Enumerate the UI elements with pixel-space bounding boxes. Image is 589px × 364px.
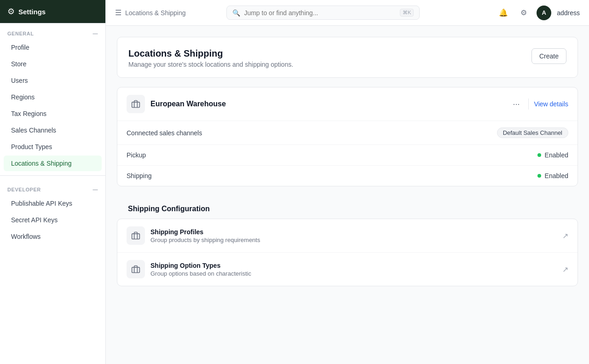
sidebar-header: ⚙ Settings [0,0,105,23]
shipping-profiles-desc: Group products by shipping requirements [150,237,260,243]
settings-icon: ⚙ [7,6,15,17]
vertical-divider [528,98,529,110]
shipping-profiles-left: Shipping Profiles Group products by ship… [127,226,260,245]
breadcrumb-icon: ☰ [115,8,121,17]
pickup-label: Pickup [127,151,146,159]
pickup-status-text: Enabled [545,151,568,159]
shipping-status-dot [537,174,541,178]
card-header-text: Locations & Shipping Manage your store's… [128,48,293,68]
general-label: General [7,31,34,36]
search-bar[interactable]: 🔍 ⌘K [226,6,420,20]
general-dash: — [92,31,98,36]
sidebar-item-product-types[interactable]: Product Types [4,139,102,155]
sidebar-item-label-regions: Regions [11,93,35,101]
sidebar-item-workflows[interactable]: Workflows [4,229,102,244]
sidebar-item-label-profile: Profile [11,44,29,51]
page-header-card: Locations & Shipping Manage your store's… [117,37,578,78]
developer-dash: — [92,187,98,192]
sidebar-item-label-users: Users [11,77,28,84]
topbar: ☰ Locations & Shipping 🔍 ⌘K 🔔 ⚙ A addres… [106,0,589,26]
shipping-option-types-left: Shipping Option Types Group options base… [127,260,251,278]
sidebar-item-secret-api-keys[interactable]: Secret API Keys [4,212,102,228]
breadcrumb-label: Locations & Shipping [125,9,186,17]
search-input[interactable] [244,9,396,17]
sidebar-item-label-product-types: Product Types [11,143,52,150]
gear-icon: ⚙ [520,8,527,17]
svg-rect-1 [132,234,140,239]
page-title: Locations & Shipping [128,48,293,59]
connected-sales-channels-label: Connected sales channels [127,129,202,137]
warehouse-actions: ··· View details [510,98,568,111]
breadcrumb: ☰ Locations & Shipping [115,8,186,17]
search-shortcut: ⌘K [400,9,414,17]
shipping-value: Enabled [537,172,568,179]
pickup-row: Pickup Enabled [117,145,577,166]
view-details-link[interactable]: View details [534,100,568,108]
external-link-icon-option-types: ↗ [562,265,568,274]
shipping-profiles-item[interactable]: Shipping Profiles Group products by ship… [117,219,577,253]
sidebar-divider [0,175,105,176]
warehouse-header: European Warehouse ··· View details [117,87,577,121]
shipping-option-types-item[interactable]: Shipping Option Types Group options base… [117,253,577,286]
shipping-option-types-desc: Group options based on characteristic [150,270,251,277]
sidebar-item-label-tax-regions: Tax Regions [11,110,46,117]
shipping-config-card: Shipping Profiles Group products by ship… [117,219,578,286]
user-name: address [557,9,580,17]
shipping-label: Shipping [127,172,152,179]
developer-label: Developer [7,187,41,192]
sidebar-item-store[interactable]: Store [4,56,102,72]
sidebar-item-profile[interactable]: Profile [4,40,102,55]
more-options-button[interactable]: ··· [510,98,523,111]
card-header: Locations & Shipping Manage your store's… [117,37,577,77]
topbar-actions: 🔔 ⚙ A address [496,6,580,20]
content-area: Locations & Shipping Manage your store's… [106,26,589,364]
sidebar-item-publishable-api-keys[interactable]: Publishable API Keys [4,196,102,211]
create-button[interactable]: Create [531,48,566,64]
shipping-option-types-text: Shipping Option Types Group options base… [150,262,251,277]
shipping-status-text: Enabled [545,172,568,179]
sales-channel-value: Default Sales Channel [497,127,568,138]
shipping-profiles-icon [127,226,145,245]
sidebar-item-label-locations-shipping: Locations & Shipping [11,160,72,167]
shipping-row: Shipping Enabled [117,166,577,186]
sidebar-item-label-sales-channels: Sales Channels [11,127,56,134]
avatar[interactable]: A [537,6,551,20]
sales-channel-badge: Default Sales Channel [497,127,568,138]
pickup-value: Enabled [537,151,568,159]
sidebar-item-label-store: Store [11,60,26,68]
bell-icon: 🔔 [499,8,508,17]
external-link-icon-profiles: ↗ [562,231,568,240]
settings-button[interactable]: ⚙ [516,6,531,20]
notifications-button[interactable]: 🔔 [496,6,511,20]
search-icon: 🔍 [232,9,240,17]
sidebar-item-label-publishable-api-keys: Publishable API Keys [11,200,72,207]
svg-rect-0 [132,102,140,108]
sidebar-item-users[interactable]: Users [4,73,102,88]
svg-rect-2 [132,267,140,273]
sidebar-app-title: Settings [18,8,46,16]
shipping-option-types-title: Shipping Option Types [150,262,251,269]
shipping-config-section: Shipping Configuration Shipping Profiles… [117,196,578,286]
sidebar-item-label-secret-api-keys: Secret API Keys [11,216,58,224]
sidebar-item-tax-regions[interactable]: Tax Regions [4,106,102,121]
shipping-profiles-text: Shipping Profiles Group products by ship… [150,228,260,243]
sidebar-general-section: General — [0,23,105,39]
warehouse-card: European Warehouse ··· View details Conn… [117,87,578,186]
main-area: ☰ Locations & Shipping 🔍 ⌘K 🔔 ⚙ A addres… [106,0,589,364]
warehouse-name-row: European Warehouse [127,95,226,113]
warehouse-name: European Warehouse [150,100,226,108]
sidebar-item-locations-shipping[interactable]: Locations & Shipping [4,156,102,171]
sidebar-item-regions[interactable]: Regions [4,89,102,105]
connected-sales-channels-row: Connected sales channels Default Sales C… [117,121,577,145]
shipping-config-title: Shipping Configuration [117,196,578,219]
shipping-option-types-icon [127,260,145,278]
page-subtitle: Manage your store's stock locations and … [128,61,293,68]
sidebar: ⚙ Settings General — Profile Store Users… [0,0,106,364]
sidebar-item-sales-channels[interactable]: Sales Channels [4,122,102,138]
avatar-initial: A [542,9,546,16]
shipping-profiles-title: Shipping Profiles [150,228,260,236]
pickup-status-dot [537,153,541,157]
warehouse-icon [127,95,145,113]
sidebar-developer-section: Developer — [0,179,105,195]
sidebar-item-label-workflows: Workflows [11,233,40,240]
